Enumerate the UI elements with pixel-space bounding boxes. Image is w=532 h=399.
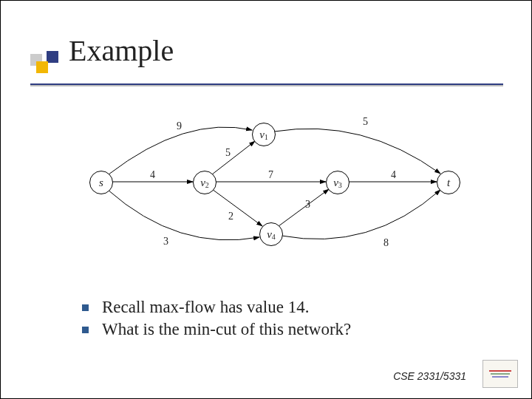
node-v2: v2	[193, 171, 216, 194]
slide: Example	[0, 0, 532, 399]
node-v4: v4	[259, 222, 283, 246]
edge-label-v1-t: 5	[363, 116, 368, 128]
edge-label-v3-t: 4	[391, 169, 396, 181]
bullet-item: What is the min-cut of this network?	[82, 320, 351, 339]
logo-icon	[482, 360, 518, 388]
edge-label-v4-t: 8	[383, 237, 389, 249]
bullet-text: Recall max-flow has value 14.	[102, 298, 309, 317]
edge-label-v4-v3: 3	[305, 199, 310, 211]
node-v1: v1	[252, 123, 276, 146]
edge-label-s-v1: 9	[177, 120, 182, 132]
edge-label-s-v4: 3	[163, 236, 168, 248]
bullet-list: Recall max-flow has value 14. What is th…	[82, 295, 351, 342]
bullet-icon	[82, 304, 89, 311]
edge-label-s-v2: 4	[150, 169, 155, 181]
edge-label-v2-v3: 7	[268, 169, 273, 181]
bullet-icon	[82, 327, 89, 333]
deco-square-gold	[36, 61, 48, 73]
flow-network-graph: s v1 v2 v3 v4 t 9 4 3 5 7 2 3 5 4 8	[82, 112, 466, 259]
bullet-item: Recall max-flow has value 14.	[82, 298, 351, 317]
slide-title: Example	[69, 33, 174, 68]
edge-label-v2-v4: 2	[228, 211, 233, 222]
deco-square-navy	[47, 51, 58, 63]
node-v3: v3	[326, 171, 349, 194]
node-t: t	[437, 171, 460, 194]
bullet-text: What is the min-cut of this network?	[102, 320, 351, 339]
node-s: s	[89, 171, 113, 194]
footer-text: CSE 2331/5331	[393, 370, 466, 382]
edge-label-v2-v1: 5	[225, 147, 231, 159]
